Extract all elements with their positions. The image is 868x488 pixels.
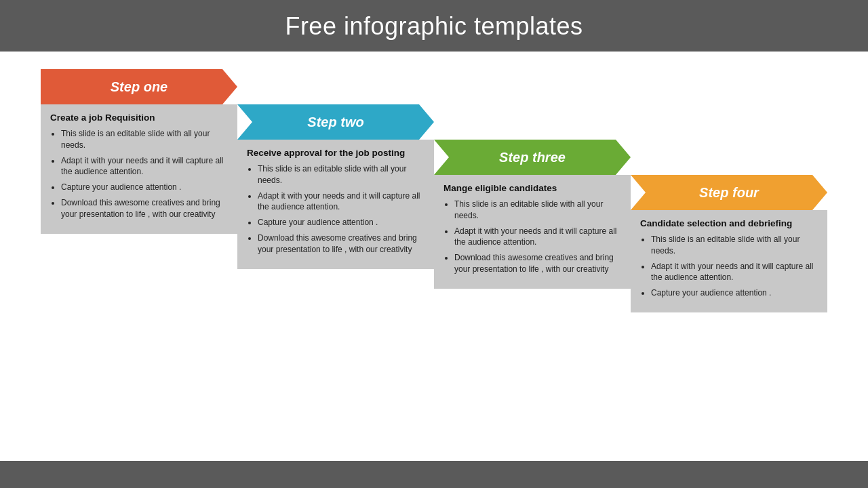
step2-title: Receive approval for the job posting xyxy=(247,148,425,158)
list-item: This slide is an editable slide with all… xyxy=(258,163,425,186)
step4-title: Candidate selection and debriefing xyxy=(640,218,818,228)
list-item: Capture your audience attention . xyxy=(258,217,425,228)
step3-arrow: Step three xyxy=(434,140,631,175)
list-item: Download this awesome creatives and brin… xyxy=(454,252,621,275)
step2-content: Receive approval for the job posting Thi… xyxy=(237,140,434,269)
step4-bullets: This slide is an editable slide with all… xyxy=(640,234,818,299)
list-item: This slide is an editable slide with all… xyxy=(61,128,228,151)
list-item: Capture your audience attention . xyxy=(651,287,818,299)
step4-content: Candidate selection and debriefing This … xyxy=(631,210,827,312)
step1-title: Create a job Requisition xyxy=(50,113,228,123)
step3-title: Mange eligible candidates xyxy=(443,183,621,193)
list-item: Download this awesome creatives and brin… xyxy=(258,232,425,256)
step3-bullets: This slide is an editable slide with all… xyxy=(443,199,621,275)
step3-content: Mange eligible candidates This slide is … xyxy=(434,175,631,289)
step1-bullets: This slide is an editable slide with all… xyxy=(50,128,228,220)
header: Free infographic templates xyxy=(0,0,868,52)
step-col-3: Step three Mange eligible candidates Thi… xyxy=(434,140,631,289)
step-col-4: Step four Candidate selection and debrie… xyxy=(631,175,827,312)
list-item: Adapt it with your needs and it will cap… xyxy=(258,190,425,214)
step4-label: Step four xyxy=(699,185,759,201)
page-title: Free infographic templates xyxy=(0,12,868,41)
list-item: Capture your audience attention . xyxy=(61,182,228,193)
step2-bullets: This slide is an editable slide with all… xyxy=(247,163,425,256)
list-item: Adapt it with your needs and it will cap… xyxy=(454,226,621,249)
step2-arrow: Step two xyxy=(237,104,434,140)
step3-label: Step three xyxy=(499,150,566,165)
step2-label: Step two xyxy=(307,115,363,130)
main-content: Step one Create a job Requisition This s… xyxy=(0,49,868,461)
step1-label: Step one xyxy=(111,79,167,95)
step-col-1: Step one Create a job Requisition This s… xyxy=(41,69,237,234)
step4-arrow: Step four xyxy=(631,175,827,210)
step-col-2: Step two Receive approval for the job po… xyxy=(237,104,434,269)
list-item: Download this awesome creatives and brin… xyxy=(61,197,228,220)
step1-content: Create a job Requisition This slide is a… xyxy=(41,104,237,234)
list-item: Adapt it with your needs and it will cap… xyxy=(61,155,228,178)
step1-arrow: Step one xyxy=(41,69,237,104)
footer xyxy=(0,461,868,488)
list-item: This slide is an editable slide with all… xyxy=(454,199,621,222)
list-item: Adapt it with your needs and it will cap… xyxy=(651,261,818,284)
list-item: This slide is an editable slide with all… xyxy=(651,234,818,257)
